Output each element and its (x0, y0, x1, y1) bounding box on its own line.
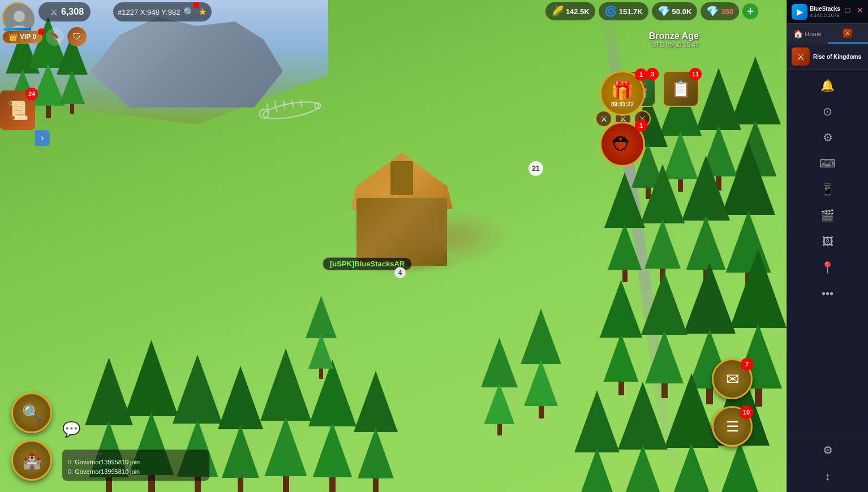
stone-value: 50.0K (672, 7, 692, 16)
svg-point-0 (262, 99, 320, 122)
helm-notification: 1 (635, 119, 647, 132)
svg-line-2 (275, 101, 277, 112)
bottom-right-controls: ✉ 7 ☰ 10 (712, 359, 753, 447)
location-icon-btn[interactable]: 📍 (817, 256, 839, 279)
power-value: 6,308 (61, 7, 84, 17)
bluestacks-tabs: 🏠 Home ⚔ (787, 24, 868, 44)
quests-panel: 📜 24 (0, 90, 35, 130)
map-number-21: 21 (528, 161, 543, 176)
bluestacks-topbar: ▶ BlueStacks 4.140.0.1079 — □ ✕ (787, 0, 868, 24)
wood-value: 151.7K (619, 7, 643, 16)
age-label: Bronze Age (649, 31, 699, 41)
game-tab-row[interactable]: ⚔ Rise of Kingdoms (787, 44, 868, 70)
stone-icon: 💎 (658, 5, 670, 18)
feather-button[interactable]: 🪶 (46, 28, 64, 46)
map-search-icon[interactable]: 🔍 (183, 7, 195, 18)
mail-notification: 7 (741, 358, 753, 370)
helm-icon: ⛑ (612, 132, 633, 156)
add-resources-button[interactable]: + (742, 3, 758, 19)
tab-game[interactable]: ⚔ (828, 24, 869, 44)
stone-resource: 💎 50.0K (652, 2, 698, 20)
mail-icon: ✉ (726, 370, 739, 389)
scroll-notification: 11 (689, 68, 702, 80)
game-title: Rise of Kingdoms (813, 54, 861, 60)
bluestacks-sidebar: ▶ BlueStacks 4.140.0.1079 — □ ✕ 🏠 Home ⚔… (787, 0, 868, 492)
player-level-badge: 4 (394, 267, 406, 278)
svg-point-9 (14, 11, 25, 22)
gift-icon: 🎁 (611, 80, 634, 101)
coords-display[interactable]: #1227 X:948 Y:982 🔍 ★ (113, 2, 212, 21)
close-button[interactable]: ✕ (854, 5, 866, 16)
gems-value: 350 (721, 7, 733, 16)
home-tab-icon: 🏠 (793, 29, 803, 38)
mid-tree-3 (521, 309, 561, 418)
svg-line-3 (283, 100, 285, 109)
mid-tree-2 (481, 338, 518, 435)
wood-resource: 🌀 151.7K (599, 2, 648, 20)
quest-notification: 24 (25, 88, 38, 100)
gift-notification: 1 (635, 68, 647, 81)
food-value: 142.5K (566, 7, 590, 16)
expand-quests-button[interactable]: › (35, 130, 50, 146)
minimize-button[interactable]: — (830, 5, 841, 16)
sidebar-bottom: ⚙ ↕ (787, 434, 868, 492)
list-icon: ☰ (726, 418, 739, 435)
alliance-button[interactable]: 🛡 (67, 27, 87, 46)
bell-icon-btn[interactable]: 🔔 (817, 74, 839, 97)
sidebar-icons: 🔔 ⊙ ⚙ ⌨ 📱 🎬 🖼 📍 ••• (787, 70, 868, 434)
bookmark-icon[interactable]: ★ (198, 6, 207, 18)
game-thumbnail: ⚔ (792, 48, 810, 66)
search-icon-btn[interactable]: ⊙ (817, 100, 839, 123)
bluestacks-logo-icon: ▶ (792, 4, 807, 20)
player-name: [uSPK]BlueStacksAR (330, 260, 405, 268)
coords-text: #1227 X:948 Y:982 (118, 8, 180, 16)
mail-button[interactable]: ✉ 7 (712, 359, 753, 399)
gem-icon: 💎 (706, 5, 719, 18)
more-icon-btn[interactable]: ••• (817, 282, 839, 305)
crown-icon: 👑 (8, 33, 18, 41)
chat-line-1: 0: Governor13995810 join (68, 458, 204, 468)
quest-scroll-button[interactable]: 📜 24 (0, 90, 35, 130)
chat-icon[interactable]: 💬 (62, 421, 80, 438)
gift-button[interactable]: 🎁 09:01:22 1 (600, 71, 645, 116)
age-info: Bronze Age UTC 09/30 15:47 (649, 31, 699, 48)
utc-time: UTC 09/30 15:47 (649, 41, 699, 48)
maximize-button[interactable]: □ (842, 5, 853, 16)
mid-tree-1 (306, 296, 337, 379)
settings-bottom-btn[interactable]: ⚙ (817, 439, 839, 461)
phone-icon-btn[interactable]: 📱 (817, 178, 839, 201)
list-notification: 10 (740, 405, 753, 419)
tab-home[interactable]: 🏠 Home (787, 24, 828, 44)
svg-line-4 (292, 100, 293, 107)
zoom-map-button[interactable]: 🔍 (11, 392, 52, 433)
bottom-left-controls: 🔍 🏰 (11, 392, 52, 481)
window-controls: — □ ✕ (830, 5, 866, 16)
scroll-quest-button[interactable]: 📋 11 (663, 71, 699, 107)
dirt-patch (396, 209, 509, 266)
wood-icon: 🌀 (604, 5, 617, 18)
food-resource: 🌽 142.5K (545, 2, 595, 20)
settings-icon-btn[interactable]: ⚙ (817, 126, 839, 149)
scroll-icon: 📜 (6, 100, 29, 121)
food-icon: 🌽 (551, 5, 564, 18)
expand-bottom-btn[interactable]: ↕ (817, 465, 839, 487)
resources-bar: 🌽 142.5K 🌀 151.7K 💎 50.0K 💎 350 + (545, 2, 758, 20)
gallery-icon-btn[interactable]: 🖼 (817, 230, 839, 253)
chat-area: 0: Governor13995810 join 0: Governor1399… (62, 450, 209, 481)
gems-resource: 💎 350 (701, 2, 739, 20)
power-display: ⚔ 6,308 (38, 2, 91, 21)
keyboard-icon-btn[interactable]: ⌨ (817, 152, 839, 175)
chat-progress-bar (68, 453, 102, 455)
game-tab-icon: ⚔ (843, 29, 852, 38)
svg-line-5 (300, 100, 302, 107)
chat-line-2: 0: Governor13995810 join (68, 467, 204, 477)
castle-view-button[interactable]: 🏰 (11, 440, 52, 481)
video-icon-btn[interactable]: 🎬 (817, 204, 839, 227)
vip-badge[interactable]: 👑 VIP 0 (2, 31, 42, 44)
list-button[interactable]: ☰ 10 (712, 406, 753, 447)
helm-button[interactable]: ⛑ 1 (600, 122, 645, 167)
game-viewport: [uSPK]BlueStacksAR 4 21 ⚔ ⚔ ⚔ ⚔ 6,308 #1… (0, 0, 787, 492)
castle-notification: 3 (646, 68, 659, 80)
castle-tower (390, 161, 413, 195)
vip-label: VIP 0 (20, 33, 36, 41)
